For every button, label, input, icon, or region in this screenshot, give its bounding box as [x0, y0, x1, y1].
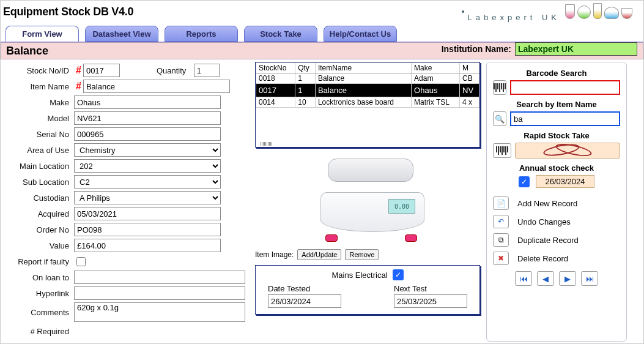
barcode-search-input[interactable]	[510, 80, 620, 95]
make-field[interactable]	[74, 95, 221, 109]
custodian-label: Custodian	[6, 193, 69, 203]
add-record-button[interactable]: 📄Add New Record	[493, 194, 620, 212]
nav-first-button[interactable]: ⏮	[515, 271, 532, 286]
orderno-label: Order No	[6, 225, 69, 234]
mains-electrical-checkbox[interactable]: ✓	[393, 269, 404, 280]
tab-help[interactable]: Help/Contact Us	[324, 26, 397, 42]
hyperlink-label: Hyperlink	[6, 289, 69, 298]
item-image: 0.00	[316, 152, 420, 244]
delete-record-button[interactable]: ✖Delete Record	[493, 249, 620, 267]
stockno-field[interactable]	[83, 64, 120, 77]
tab-form-view[interactable]: Form View	[6, 26, 79, 42]
table-row[interactable]: 00171BalanceOhausNV	[256, 84, 479, 97]
acquired-field[interactable]	[74, 207, 221, 220]
serial-label: Serial No	[6, 130, 69, 139]
tab-stock-take[interactable]: Stock Take	[244, 26, 317, 42]
next-test-field[interactable]	[394, 294, 467, 308]
model-field[interactable]	[74, 111, 221, 125]
item-image-label: Item Image:	[255, 250, 294, 259]
stockno-label: Stock No/ID	[6, 66, 69, 75]
required-note: # Required	[6, 327, 69, 336]
annual-check-checkbox[interactable]: ✓	[519, 176, 530, 187]
serial-field[interactable]	[74, 127, 221, 141]
institution-name: Labexpert UK	[515, 42, 637, 56]
grid-header-row: StockNoQtyItemNameMakeM	[256, 63, 479, 73]
undo-changes-button[interactable]: ↶Undo Changes	[493, 212, 620, 231]
next-test-label: Next Test	[394, 284, 427, 293]
grid-resize-grip[interactable]	[261, 142, 273, 146]
table-row[interactable]: 00181BalanceAdamCB	[256, 73, 479, 84]
make-label: Make	[6, 98, 69, 107]
acquired-label: Acquired	[6, 209, 69, 219]
institution-label: Institution Name:	[442, 44, 511, 54]
logo: Labexpert UK	[462, 2, 638, 22]
subloc-label: Sub Location	[6, 178, 69, 187]
item-search-input[interactable]	[510, 111, 620, 126]
comments-field[interactable]: 620g x 0.1g	[74, 302, 245, 322]
hyperlink-field[interactable]	[74, 286, 245, 300]
barcode-icon	[493, 80, 506, 95]
mainloc-label: Main Location	[6, 162, 69, 171]
custodian-select[interactable]: A Philips	[74, 191, 221, 204]
itemname-field[interactable]	[83, 80, 230, 93]
barcode-icon	[493, 143, 511, 158]
barcode-search-heading: Barcode Search	[493, 69, 620, 78]
duplicate-record-button[interactable]: ⧉Duplicate Record	[493, 231, 620, 249]
required-hash: #	[76, 65, 81, 76]
itemname-label: Item Name	[6, 82, 69, 91]
add-image-button[interactable]: Add/Update	[297, 249, 341, 260]
report-label: Report if faulty	[6, 257, 69, 266]
mainloc-select[interactable]: 202	[74, 159, 221, 173]
onloan-field[interactable]	[74, 271, 245, 284]
app-title: Equipment Stock DB V4.0	[3, 6, 133, 18]
qty-label: Quantity	[157, 66, 186, 75]
stock-grid[interactable]: StockNoQtyItemNameMakeM 00181BalanceAdam…	[255, 62, 480, 148]
nav-prev-button[interactable]: ◀	[537, 271, 554, 286]
mains-electrical-label: Mains Electrical	[331, 271, 387, 280]
report-checkbox[interactable]	[76, 257, 86, 266]
model-label: Model	[6, 114, 69, 123]
onloan-label: On loan to	[6, 273, 69, 282]
annual-check-date: 26/03/2024	[536, 175, 594, 188]
duplicate-icon: ⧉	[493, 233, 509, 247]
qty-field[interactable]	[194, 64, 220, 77]
area-select[interactable]: Chemistry	[74, 143, 221, 157]
search-icon[interactable]: 🔍	[493, 111, 506, 126]
date-tested-label: Date Tested	[268, 284, 310, 293]
undo-icon: ↶	[493, 215, 509, 228]
remove-image-button[interactable]: Remove	[345, 249, 379, 260]
nav-next-button[interactable]: ▶	[559, 271, 576, 286]
value-field[interactable]	[74, 239, 221, 252]
tab-datasheet-view[interactable]: Datasheet View	[85, 26, 158, 42]
value-label: Value	[6, 241, 69, 250]
nav-last-button[interactable]: ⏭	[581, 271, 598, 286]
tab-reports[interactable]: Reports	[165, 26, 238, 42]
subloc-select[interactable]: C2	[74, 175, 221, 189]
comments-label: Comments	[6, 308, 69, 317]
tab-bar: Form View Datasheet View Reports Stock T…	[1, 23, 643, 42]
item-search-heading: Search by Item Name	[493, 100, 620, 109]
required-hash: #	[76, 81, 81, 92]
add-record-icon: 📄	[493, 196, 509, 210]
electrical-box: Mains Electrical ✓ Date Tested Next Test	[255, 265, 480, 315]
rapid-stock-button[interactable]	[515, 143, 620, 159]
balance-lcd: 0.00	[388, 199, 415, 214]
area-label: Area of Use	[6, 146, 69, 155]
rapid-stock-heading: Rapid Stock Take	[493, 131, 620, 140]
orderno-field[interactable]	[74, 223, 221, 236]
record-title: Balance	[6, 45, 48, 58]
date-tested-field[interactable]	[268, 294, 341, 308]
delete-icon: ✖	[493, 252, 509, 265]
table-row[interactable]: 001410Locktronics base boardMatrix TSL4 …	[256, 97, 479, 108]
annual-check-heading: Annual stock check	[493, 163, 620, 173]
